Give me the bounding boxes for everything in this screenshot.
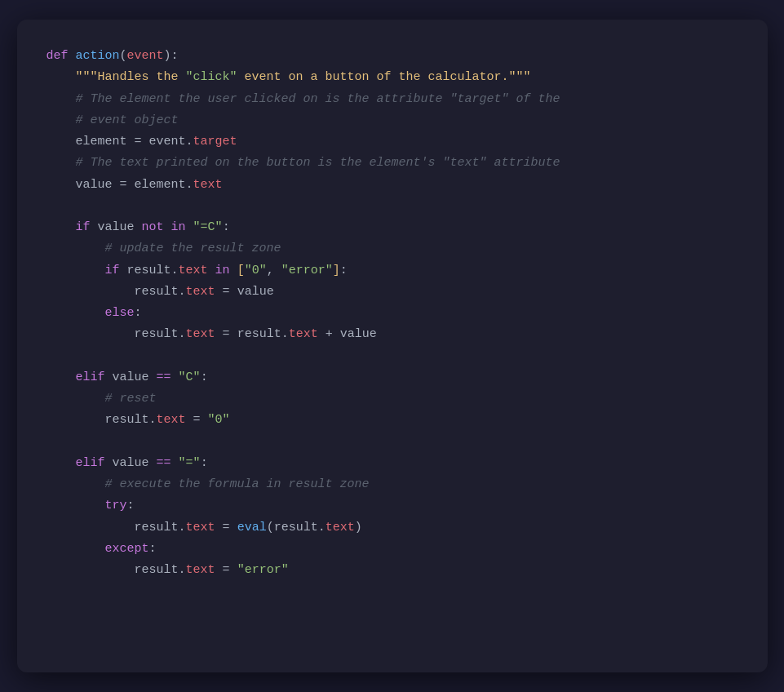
- string-error-1: "error": [281, 264, 333, 277]
- keyword-not-in: not in: [142, 220, 186, 234]
- docstring: """Handles the "click" event on a button…: [76, 70, 531, 84]
- string-zero: "0": [245, 264, 267, 277]
- keyword-def: def: [47, 49, 69, 63]
- keyword-eq-2: ==: [157, 456, 171, 470]
- code-block: def action(event): """Handles the "click…: [47, 46, 738, 581]
- bracket-open-1: [: [237, 264, 245, 277]
- keyword-if-1: if: [76, 220, 91, 234]
- keyword-except: except: [105, 542, 149, 556]
- comment-3: # The text printed on the button is the …: [76, 156, 560, 170]
- keyword-elif-2: elif: [76, 456, 105, 470]
- comment-4: # update the result zone: [105, 242, 281, 255]
- string-zero-2: "0": [208, 413, 230, 427]
- keyword-if-2: if: [105, 264, 120, 277]
- keyword-in: in: [215, 264, 230, 277]
- comment-5: # reset: [105, 392, 157, 406]
- bracket-close-1: ]: [333, 264, 340, 277]
- attr-target: target: [193, 135, 237, 149]
- code-window: def action(event): """Handles the "click…: [17, 20, 768, 672]
- var-value: value: [76, 178, 113, 192]
- function-name: action: [76, 49, 120, 63]
- param-event: event: [127, 49, 164, 63]
- keyword-else-1: else: [105, 306, 135, 320]
- comment-1: # The element the user clicked on is the…: [76, 92, 560, 106]
- var-element: element: [76, 135, 127, 149]
- string-equals: "=": [179, 456, 201, 470]
- comment-2: # event object: [76, 113, 179, 127]
- string-error-2: "error": [237, 563, 289, 577]
- fn-eval: eval: [237, 521, 267, 535]
- string-eq-c: "=C": [193, 220, 223, 234]
- comment-6: # execute the formula in result zone: [105, 477, 370, 491]
- string-c: "C": [179, 370, 201, 384]
- keyword-elif-1: elif: [76, 370, 105, 384]
- keyword-eq-1: ==: [157, 370, 171, 384]
- attr-text: text: [193, 178, 223, 192]
- keyword-try: try: [105, 499, 127, 512]
